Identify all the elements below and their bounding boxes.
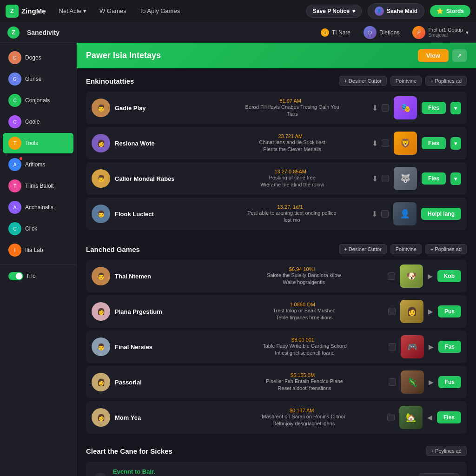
avatar: G xyxy=(8,73,21,86)
chevron-down-icon: ▾ xyxy=(466,29,469,36)
sidebar-item-conjonals[interactable]: C Conjonals xyxy=(3,90,73,111)
action-button[interactable]: Fies xyxy=(437,411,461,423)
game-desc: Mashreof on Sarali on Ronins Ciltoor Del… xyxy=(225,413,383,428)
checkbox[interactable] xyxy=(382,104,389,112)
notification-dot xyxy=(20,157,22,160)
store-button[interactable]: ⭐ Stords xyxy=(430,5,470,17)
nav-item-wgames[interactable]: W Games xyxy=(96,6,130,16)
sidebar-item-aritloms[interactable]: A Aritloms xyxy=(3,154,73,175)
avatar: D xyxy=(364,26,377,39)
sidebar-item-gunse[interactable]: G Gunse xyxy=(3,69,73,89)
game-actions xyxy=(388,308,396,315)
save-notice-button[interactable]: Save P Notice ▾ xyxy=(306,5,362,18)
checkbox[interactable] xyxy=(388,308,396,315)
sidebar-item-coole[interactable]: C Coole xyxy=(3,112,73,132)
game-info: Plana Prgestium xyxy=(115,308,220,315)
avatar: 👩 xyxy=(92,134,110,152)
user1-profile[interactable]: D Dietions xyxy=(364,26,399,39)
action-button[interactable]: Fies xyxy=(422,102,446,114)
avatar: 👩 xyxy=(92,302,110,321)
sidebar-item-ilia[interactable]: I Ilia Lab xyxy=(3,240,73,260)
checkbox[interactable] xyxy=(389,343,396,350)
game-time: 23.721 AM xyxy=(218,133,363,139)
chevron-button[interactable]: ▾ xyxy=(450,102,461,114)
checkbox[interactable] xyxy=(387,414,395,421)
game-row: 👨 Callor Mondal Rabes 13.27 0.85AM Peski… xyxy=(86,162,467,195)
add-details-button[interactable]: ⊕ Ado otails xyxy=(419,473,459,476)
sidebar-item-label: Conjonals xyxy=(25,97,68,104)
sidebar-item-label: Coole xyxy=(25,119,68,125)
designer-cuttor-button[interactable]: + Desiner Cuttor xyxy=(339,76,386,86)
sidebar-item-doges[interactable]: D Doges xyxy=(3,47,73,68)
avatar: C xyxy=(8,222,21,235)
nav-item-netacle[interactable]: Net Acle ▾ xyxy=(55,6,90,16)
sidebar-item-label: Ilia Lab xyxy=(25,247,68,253)
logo[interactable]: Z ZingMe xyxy=(6,5,46,18)
sidebar-item-click[interactable]: C Click xyxy=(3,218,73,239)
poplines-button[interactable]: + Poplines ad xyxy=(425,76,467,86)
download-icon[interactable]: ⬇ xyxy=(371,173,379,184)
view-button[interactable]: View xyxy=(418,49,449,62)
game-desc: Salote the Sulelly Bandlora kilow Walte … xyxy=(225,272,383,286)
action-button[interactable]: Fas xyxy=(438,341,461,353)
arrow-icon: ▶ xyxy=(428,308,433,315)
game-name: Plana Prgestium xyxy=(115,308,220,315)
game-amount: $6.94 10%! xyxy=(225,266,379,272)
designer-cuttor-button[interactable]: + Desiner Cuttor xyxy=(339,244,386,254)
sidebar-item-label: Acchalnalls xyxy=(25,204,68,211)
game-amount: $8.00 001 xyxy=(225,337,381,343)
sidebar-item-tiims[interactable]: T Tiims Balolt xyxy=(3,176,73,196)
pointvine-button[interactable]: Pointvine xyxy=(390,76,422,86)
clear-section: Cleart the Cane for Sickes + Poylines ad… xyxy=(77,440,476,476)
user2-profile[interactable]: P Prol ur1 Gouup Smajonal ▾ xyxy=(412,26,469,39)
avatar: 👩 xyxy=(92,408,110,427)
avatar: 👨 xyxy=(92,99,110,117)
enkinoutatties-section: Enkinoutatties + Desiner Cuttor Pointvin… xyxy=(77,68,476,237)
game-actions: ⬇ xyxy=(371,138,389,149)
more-icon[interactable]: ⋮ xyxy=(60,139,68,148)
action-button[interactable]: Kob xyxy=(437,270,461,282)
game-desc: Table Paay Write ble Garding Schord Inti… xyxy=(225,343,384,357)
download-icon[interactable]: ⬇ xyxy=(371,103,379,113)
action-button[interactable]: Fies xyxy=(422,172,446,185)
action-button[interactable]: Pus xyxy=(438,305,461,317)
checkbox[interactable] xyxy=(388,272,395,280)
checkbox[interactable] xyxy=(382,139,389,147)
chevron-button[interactable]: ▾ xyxy=(450,172,461,185)
avatar: A xyxy=(8,158,21,171)
pointvine-button[interactable]: Pointvine xyxy=(390,244,422,254)
nav-item-toaply[interactable]: To Aply Games xyxy=(136,6,184,16)
game-thumbnail: 🎮 xyxy=(401,335,424,358)
external-link-button[interactable]: ↗ xyxy=(452,49,467,62)
event-icon: ⚙ xyxy=(93,473,107,476)
avatar: T xyxy=(8,179,21,192)
action-button[interactable]: Fies xyxy=(422,137,446,149)
chevron-down-icon: ▾ xyxy=(83,7,86,14)
sidebar-item-tools[interactable]: T Tools ⋮ xyxy=(3,133,73,153)
chevron-button[interactable]: ▾ xyxy=(450,137,461,150)
checkbox[interactable] xyxy=(382,175,389,182)
checkbox[interactable] xyxy=(381,210,389,218)
toggle-switch[interactable] xyxy=(8,272,23,280)
banner-title: Pawer Isia Intetays xyxy=(86,51,161,60)
action-button[interactable]: Fus xyxy=(438,376,461,388)
action-button[interactable]: Holpl lang xyxy=(421,208,461,220)
game-info: Thal Ntemen xyxy=(115,273,220,280)
external-link-icon: ↗ xyxy=(457,52,462,59)
download-icon[interactable]: ⬇ xyxy=(371,138,379,149)
user-profile-button[interactable]: 👤 Saahe Maid xyxy=(368,3,424,19)
coin-user[interactable]: 💰 TI Nare xyxy=(321,28,350,37)
chevron-down-icon: ▾ xyxy=(352,8,355,14)
section-title: Lanched Games xyxy=(86,245,335,253)
poplines-button[interactable]: + Poplines ad xyxy=(425,244,467,254)
sec-logo: Z xyxy=(7,26,20,39)
sidebar-item-label: Doges xyxy=(25,54,68,61)
poylines-button[interactable]: + Poylines ad xyxy=(426,446,467,456)
section-header: Enkinoutatties + Desiner Cuttor Pointvin… xyxy=(86,76,467,86)
game-info: Final Nersies xyxy=(115,344,221,350)
game-thumbnail: 🐺 xyxy=(394,167,417,190)
download-icon[interactable]: ⬇ xyxy=(370,209,378,219)
sidebar-item-acchalnalls[interactable]: A Acchalnalls xyxy=(3,197,73,218)
checkbox[interactable] xyxy=(389,378,396,386)
game-desc: Pesking of cane free Wierame Ine afind t… xyxy=(218,174,366,189)
